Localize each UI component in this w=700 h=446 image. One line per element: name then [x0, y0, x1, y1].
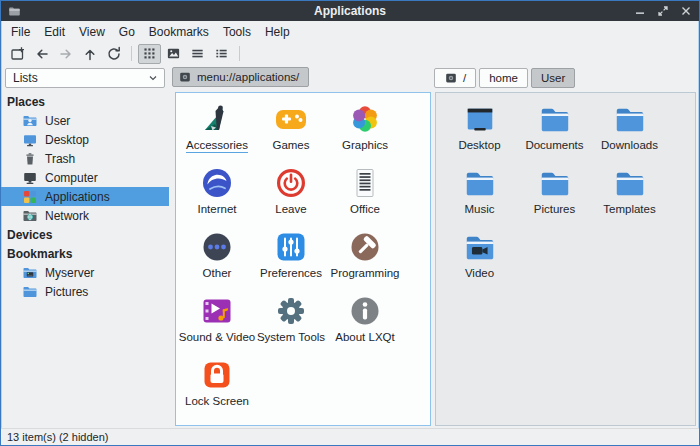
tab-menu-applications[interactable]: menu://applications/ — [172, 67, 309, 87]
path-row: Lists menu://applications/ / home User — [1, 65, 699, 90]
breadcrumb: / home User — [427, 68, 699, 88]
drive-icon — [444, 71, 458, 85]
system-tools-icon — [273, 293, 309, 329]
trash-icon — [22, 151, 38, 167]
back-icon — [34, 46, 50, 62]
preferences-icon — [273, 229, 309, 265]
app-item-accessories[interactable]: Accessories — [180, 97, 254, 161]
sidebar-mode-value: Lists — [13, 71, 38, 85]
toolbar — [1, 42, 699, 65]
reload-icon — [106, 46, 122, 62]
folder-icon — [538, 167, 572, 201]
app-item-graphics[interactable]: Graphics — [328, 97, 402, 161]
folder-item-music[interactable]: Music — [442, 163, 517, 227]
reload-button[interactable] — [102, 44, 125, 64]
titlebar[interactable]: Applications — [1, 1, 699, 21]
places-sidebar: Places User Desktop — [1, 90, 169, 428]
sidebar-item-applications[interactable]: Applications — [1, 187, 169, 206]
menu-go[interactable]: Go — [112, 23, 142, 41]
menu-file[interactable]: File — [4, 23, 37, 41]
app-item-other[interactable]: Other — [180, 225, 254, 289]
graphics-icon — [347, 101, 383, 137]
sidebar-item-pictures[interactable]: Pictures — [1, 282, 169, 301]
folder-item-pictures[interactable]: Pictures — [517, 163, 592, 227]
app-item-system-tools[interactable]: System Tools — [254, 289, 328, 353]
accessories-icon — [199, 101, 235, 137]
app-item-office[interactable]: Office — [328, 161, 402, 225]
computer-icon — [22, 170, 38, 186]
other-icon — [199, 229, 235, 265]
menu-bookmarks[interactable]: Bookmarks — [142, 23, 216, 41]
menubar: File Edit View Go Bookmarks Tools Help — [1, 21, 699, 42]
office-icon — [347, 165, 383, 201]
folder-icon — [613, 167, 647, 201]
forward-button[interactable] — [54, 44, 77, 64]
desktop-folder-icon — [463, 103, 497, 137]
breadcrumb-root[interactable]: / — [434, 68, 476, 88]
minimize-button[interactable] — [634, 5, 646, 17]
menu-tools[interactable]: Tools — [216, 23, 258, 41]
app-item-internet[interactable]: Internet — [180, 161, 254, 225]
sidebar-item-trash[interactable]: Trash — [1, 149, 169, 168]
breadcrumb-user[interactable]: User — [531, 68, 575, 88]
lock-screen-icon — [199, 357, 235, 393]
menu-help[interactable]: Help — [258, 23, 297, 41]
games-icon — [273, 101, 309, 137]
back-button[interactable] — [30, 44, 53, 64]
video-folder-icon — [463, 231, 497, 265]
file-manager-window: Applications File Edit View Go Bookmarks… — [0, 0, 700, 446]
sidebar-item-network[interactable]: Network — [1, 206, 169, 225]
thumbnail-view-icon — [166, 46, 181, 61]
window-title: Applications — [1, 4, 699, 18]
applications-icon — [22, 189, 38, 205]
applications-pane: Accessories Games — [175, 92, 431, 426]
menu-edit[interactable]: Edit — [37, 23, 72, 41]
new-tab-button[interactable] — [6, 44, 29, 64]
menu-view[interactable]: View — [72, 23, 112, 41]
app-item-lock-screen[interactable]: Lock Screen — [180, 353, 254, 417]
statusbar: 13 item(s) (2 hidden) — [1, 428, 699, 445]
programming-icon — [347, 229, 383, 265]
sidebar-item-myserver[interactable]: Myserver — [1, 263, 169, 282]
devices-header: Devices — [1, 225, 169, 244]
thumbnail-view-button[interactable] — [162, 44, 185, 64]
about-lxqt-icon — [347, 293, 383, 329]
toolbar-separator — [131, 46, 132, 61]
folder-icon — [463, 167, 497, 201]
detailed-list-view-button[interactable] — [186, 44, 209, 64]
folder-item-desktop[interactable]: Desktop — [442, 99, 517, 163]
leave-icon — [273, 165, 309, 201]
app-item-games[interactable]: Games — [254, 97, 328, 161]
app-item-sound-video[interactable]: Sound & Video — [180, 289, 254, 353]
bookmarks-header: Bookmarks — [1, 244, 169, 263]
home-pane: Desktop Documents Downloads Music Pictur… — [435, 92, 696, 426]
app-item-leave[interactable]: Leave — [254, 161, 328, 225]
toolbar-separator — [239, 46, 240, 61]
sidebar-item-user[interactable]: User — [1, 111, 169, 130]
compact-list-view-button[interactable] — [210, 44, 233, 64]
close-button[interactable] — [680, 5, 692, 17]
icon-view-button[interactable] — [138, 44, 161, 64]
up-icon — [82, 46, 98, 62]
app-item-preferences[interactable]: Preferences — [254, 225, 328, 289]
breadcrumb-home[interactable]: home — [479, 68, 528, 88]
folder-item-downloads[interactable]: Downloads — [592, 99, 667, 163]
sidebar-mode-select[interactable]: Lists — [5, 68, 165, 88]
sound-video-icon — [199, 293, 235, 329]
sidebar-item-desktop[interactable]: Desktop — [1, 130, 169, 149]
main-area: Places User Desktop — [1, 90, 699, 428]
status-text: 13 item(s) (2 hidden) — [7, 431, 109, 443]
tab-label: menu://applications/ — [197, 71, 299, 83]
folder-item-video[interactable]: Video — [442, 227, 517, 291]
restore-button[interactable] — [657, 5, 669, 17]
folder-item-documents[interactable]: Documents — [517, 99, 592, 163]
compact-list-view-icon — [214, 46, 229, 61]
sidebar-item-computer[interactable]: Computer — [1, 168, 169, 187]
app-item-programming[interactable]: Programming — [328, 225, 402, 289]
new-tab-icon — [10, 46, 26, 62]
up-button[interactable] — [78, 44, 101, 64]
app-item-about-lxqt[interactable]: About LXQt — [328, 289, 402, 353]
folder-icon — [613, 103, 647, 137]
folder-item-templates[interactable]: Templates — [592, 163, 667, 227]
internet-icon — [199, 165, 235, 201]
